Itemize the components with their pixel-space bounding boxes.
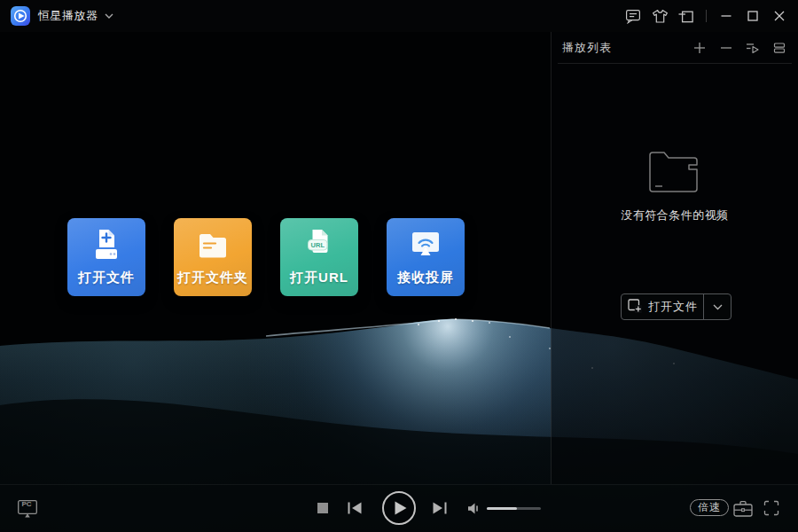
toolbox-button[interactable] bbox=[732, 498, 754, 518]
close-icon bbox=[774, 11, 785, 21]
close-button[interactable] bbox=[766, 0, 793, 32]
open-file-dropdown-button[interactable] bbox=[704, 294, 731, 319]
open-url-button[interactable]: URL 打开URL bbox=[280, 218, 358, 296]
stop-icon bbox=[317, 503, 328, 513]
previous-icon bbox=[347, 501, 363, 515]
fullscreen-button[interactable] bbox=[763, 499, 780, 517]
chevron-down-icon bbox=[105, 13, 113, 19]
receive-cast-label: 接收投屏 bbox=[387, 270, 465, 286]
playlist-add-button[interactable] bbox=[692, 40, 708, 56]
file-add-icon bbox=[87, 226, 126, 265]
app-logo-icon bbox=[11, 6, 30, 26]
app-window: 恒星播放器 bbox=[0, 0, 798, 532]
play-order-button[interactable] bbox=[745, 40, 761, 56]
minimize-icon bbox=[721, 11, 732, 21]
file-add-outline-icon bbox=[627, 298, 642, 317]
playlist-remove-button[interactable] bbox=[718, 40, 734, 56]
speed-label: 倍速 bbox=[698, 500, 721, 515]
open-file-label: 打开文件 bbox=[67, 270, 145, 286]
open-url-label: 打开URL bbox=[280, 270, 358, 286]
fullscreen-icon bbox=[763, 500, 779, 516]
playlist-header-divider bbox=[558, 63, 792, 64]
folder-open-icon bbox=[193, 226, 232, 265]
playlist-open-file-button[interactable]: 打开文件 bbox=[621, 293, 732, 320]
url-badge: URL bbox=[311, 241, 325, 249]
chevron-down-icon bbox=[713, 304, 723, 310]
playback-speed-button[interactable]: 倍速 bbox=[690, 499, 729, 516]
skin-theme-button[interactable] bbox=[646, 0, 673, 32]
feedback-bubble-icon bbox=[625, 9, 641, 24]
app-menu[interactable]: 恒星播放器 bbox=[30, 8, 113, 24]
playlist-open-file-main[interactable]: 打开文件 bbox=[622, 294, 703, 319]
receive-cast-button[interactable]: 接收投屏 bbox=[387, 218, 465, 296]
open-folder-label: 打开文件夹 bbox=[174, 270, 252, 286]
play-icon bbox=[394, 500, 408, 516]
playlist-open-file-label: 打开文件 bbox=[648, 299, 698, 315]
player-control-bar: PC bbox=[0, 484, 798, 532]
url-file-icon: URL bbox=[300, 226, 339, 265]
titlebar-separator bbox=[706, 10, 707, 22]
playlist-empty-message: 没有符合条件的视频 bbox=[552, 207, 798, 223]
maximize-button[interactable] bbox=[739, 0, 766, 32]
device-cast-entry-button[interactable]: PC bbox=[16, 497, 41, 520]
volume-fill bbox=[487, 507, 517, 510]
next-button[interactable] bbox=[431, 501, 449, 515]
volume-slider[interactable] bbox=[487, 506, 541, 511]
volume-icon bbox=[466, 502, 481, 515]
next-icon bbox=[432, 501, 448, 515]
minimize-button[interactable] bbox=[713, 0, 739, 32]
tshirt-icon bbox=[652, 9, 669, 24]
empty-folder-icon bbox=[645, 147, 705, 200]
volume-button[interactable] bbox=[466, 501, 481, 515]
playlist-panel: 播放列表 bbox=[551, 32, 798, 484]
titlebar: 恒星播放器 bbox=[0, 0, 798, 32]
play-button[interactable] bbox=[382, 491, 416, 525]
toolbox-icon bbox=[732, 499, 754, 518]
mini-window-icon bbox=[678, 9, 695, 24]
pc-label: PC bbox=[16, 500, 37, 508]
playlist-header: 播放列表 bbox=[552, 32, 798, 63]
list-view-button[interactable] bbox=[771, 40, 787, 56]
stop-button[interactable] bbox=[316, 501, 330, 515]
playlist-title: 播放列表 bbox=[562, 40, 612, 56]
mini-mode-button[interactable] bbox=[673, 0, 700, 32]
feedback-button[interactable] bbox=[620, 0, 646, 32]
previous-button[interactable] bbox=[346, 501, 364, 515]
app-title: 恒星播放器 bbox=[38, 8, 98, 24]
cast-receive-icon bbox=[406, 226, 445, 265]
open-folder-button[interactable]: 打开文件夹 bbox=[174, 218, 252, 296]
maximize-icon bbox=[747, 11, 758, 21]
open-file-button[interactable]: 打开文件 bbox=[67, 218, 145, 296]
